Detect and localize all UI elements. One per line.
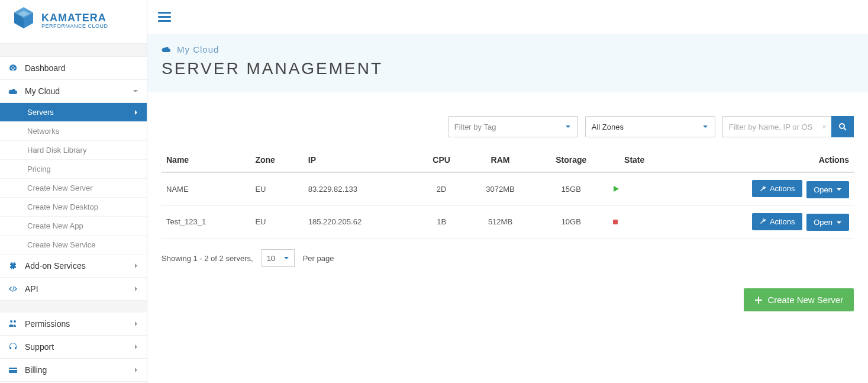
logo-area: KAMATERA PERFORMANCE CLOUD xyxy=(0,0,147,44)
btn-label: Open xyxy=(814,218,832,227)
col-actions: Actions xyxy=(662,148,854,172)
btn-label: Actions xyxy=(770,184,795,193)
cloud-icon xyxy=(8,86,19,96)
col-cpu[interactable]: CPU xyxy=(417,148,466,172)
filter-zone-select[interactable]: All Zones xyxy=(585,116,715,137)
chevron-down-icon xyxy=(283,255,289,261)
nav-label: Create New Server xyxy=(27,184,93,192)
filter-tag-select[interactable]: Filter by Tag xyxy=(448,116,578,137)
nav-label: My Cloud xyxy=(25,86,60,96)
actions-button[interactable]: Actions xyxy=(752,180,802,197)
sidebar-item-dashboard[interactable]: Dashboard xyxy=(0,57,147,80)
actions-button[interactable]: Actions xyxy=(752,213,802,230)
search-icon xyxy=(838,122,847,131)
sidebar-sub-servers[interactable]: Servers xyxy=(0,103,147,122)
chevron-right-icon xyxy=(134,321,138,327)
create-server-button[interactable]: Create New Server xyxy=(744,288,854,311)
nav-label: Dashboard xyxy=(25,63,66,73)
col-ram[interactable]: RAM xyxy=(466,148,534,172)
chevron-right-icon xyxy=(134,344,138,350)
chevron-down-icon xyxy=(702,123,709,130)
logo[interactable]: KAMATERA PERFORMANCE CLOUD xyxy=(12,6,135,34)
chevron-right-icon xyxy=(134,263,138,269)
search-input[interactable] xyxy=(722,116,835,137)
sidebar-sub-create-server[interactable]: Create New Server xyxy=(0,179,147,198)
chevron-down-icon xyxy=(564,123,572,130)
footer-actions: Create New Server xyxy=(162,288,854,311)
cell-ram: 512MB xyxy=(466,205,534,239)
col-ip[interactable]: IP xyxy=(304,148,417,172)
servers-table: Name Zone IP CPU RAM Storage State Actio… xyxy=(162,148,854,239)
svg-line-5 xyxy=(844,128,846,130)
nav-label: Add-on Services xyxy=(25,261,86,271)
sidebar-item-permissions[interactable]: Permissions xyxy=(0,313,147,336)
clear-icon[interactable]: × xyxy=(822,122,827,131)
cloud-icon xyxy=(162,46,171,54)
cell-cpu: 2D xyxy=(417,172,466,205)
menu-toggle-icon[interactable] xyxy=(158,12,857,22)
sidebar-item-mycloud[interactable]: My Cloud xyxy=(0,80,147,103)
filter-tag-placeholder: Filter by Tag xyxy=(454,123,496,131)
sidebar-sub-networks[interactable]: Networks xyxy=(0,122,147,141)
content: Filter by Tag All Zones × xyxy=(147,92,868,323)
page-size-select[interactable]: 10 xyxy=(262,249,295,267)
code-icon xyxy=(8,284,19,294)
col-zone[interactable]: Zone xyxy=(250,148,303,172)
page-header: My Cloud SERVER MANAGEMENT xyxy=(147,34,868,92)
sidebar-item-api[interactable]: API xyxy=(0,278,147,301)
cell-ip: 83.229.82.133 xyxy=(304,172,417,205)
nav-label: API xyxy=(25,284,38,294)
chevron-right-icon xyxy=(134,286,138,292)
stop-icon xyxy=(612,219,657,225)
chevron-right-icon xyxy=(134,367,138,373)
nav-label: Create New Desktop xyxy=(27,202,98,211)
col-state[interactable]: State xyxy=(608,148,662,172)
sidebar-sub-create-service[interactable]: Create New Service xyxy=(0,236,147,255)
main: My Cloud SERVER MANAGEMENT Filter by Tag… xyxy=(147,0,868,383)
search-button[interactable] xyxy=(831,116,854,137)
cell-ip: 185.220.205.62 xyxy=(304,205,417,239)
sidebar-item-addons[interactable]: Add-on Services xyxy=(0,255,147,278)
nav-label: Pricing xyxy=(27,165,51,173)
cell-name: NAME xyxy=(162,172,250,205)
cell-storage: 10GB xyxy=(535,205,608,239)
cell-state xyxy=(608,205,662,239)
pagination-summary: Showing 1 - 2 of 2 servers, xyxy=(162,254,253,263)
nav-label: Create New App xyxy=(27,221,83,230)
col-name[interactable]: Name xyxy=(162,148,250,172)
cell-state xyxy=(608,172,662,205)
page-size-value: 10 xyxy=(267,254,275,263)
nav-label: Servers xyxy=(27,108,54,117)
users-icon xyxy=(8,319,19,329)
sidebar-item-support[interactable]: Support xyxy=(0,336,147,359)
open-button[interactable]: Open xyxy=(806,214,849,231)
chevron-right-icon xyxy=(134,110,138,115)
nav-label: Support xyxy=(25,342,54,352)
sidebar-sub-create-app[interactable]: Create New App xyxy=(0,217,147,236)
sidebar-sub-hdd-library[interactable]: Hard Disk Library xyxy=(0,141,147,160)
card-icon xyxy=(8,365,19,375)
sidebar-sub-pricing[interactable]: Pricing xyxy=(0,160,147,179)
search-wrap: × xyxy=(722,116,854,137)
play-icon xyxy=(612,185,657,192)
cell-zone: EU xyxy=(250,205,303,239)
sidebar-item-billing[interactable]: Billing xyxy=(0,359,147,382)
mycloud-submenu: Servers Networks Hard Disk Library Prici… xyxy=(0,103,147,255)
cell-storage: 15GB xyxy=(535,172,608,205)
svg-rect-6 xyxy=(613,220,618,224)
puzzle-icon xyxy=(8,261,19,271)
sidebar-sub-create-desktop[interactable]: Create New Desktop xyxy=(0,198,147,217)
open-button[interactable]: Open xyxy=(806,181,849,198)
nav: Dashboard My Cloud Servers Networ xyxy=(0,44,147,383)
nav-label: Billing xyxy=(25,365,47,375)
cell-name: Test_123_1 xyxy=(162,205,250,239)
cell-ram: 3072MB xyxy=(466,172,534,205)
btn-label: Actions xyxy=(770,217,795,226)
per-page-label: Per page xyxy=(303,254,334,263)
filter-zone-value: All Zones xyxy=(592,123,624,131)
nav-label: Networks xyxy=(27,127,59,136)
logo-cube-icon xyxy=(12,6,36,34)
nav-label: Hard Disk Library xyxy=(27,146,86,155)
sidebar: KAMATERA PERFORMANCE CLOUD Dashboard My … xyxy=(0,0,147,383)
col-storage[interactable]: Storage xyxy=(535,148,608,172)
